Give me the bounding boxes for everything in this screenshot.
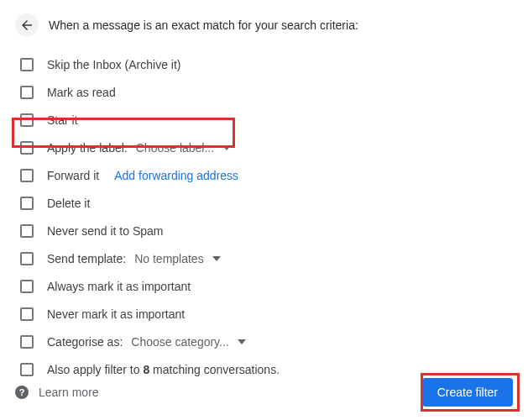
checkbox-never-important[interactable] xyxy=(20,307,34,321)
label-never-spam: Never send it to Spam xyxy=(47,224,164,238)
label-also-apply: Also apply filter to 8 matching conversa… xyxy=(47,363,280,376)
checkbox-delete[interactable] xyxy=(20,197,34,210)
label-mark-read: Mark as read xyxy=(47,86,116,99)
checkbox-send-template[interactable] xyxy=(20,252,34,265)
option-forward: Forward it Add forwarding address xyxy=(20,161,513,189)
checkbox-always-important[interactable] xyxy=(20,280,34,293)
caret-down-icon xyxy=(238,338,246,346)
checkbox-mark-read[interactable] xyxy=(20,86,34,99)
label-delete: Delete it xyxy=(47,197,90,210)
dropdown-category[interactable]: Choose category... xyxy=(128,335,248,349)
options-list: Skip the Inbox (Archive it) Mark as read… xyxy=(20,50,513,383)
option-star: Star it xyxy=(20,106,513,134)
checkbox-never-spam[interactable] xyxy=(20,224,34,238)
label-send-template: Send template: xyxy=(47,252,126,265)
label-apply-label: Apply the label: xyxy=(47,141,128,155)
dropdown-category-text: Choose category... xyxy=(131,335,228,349)
dropdown-templates-text: No templates xyxy=(134,252,203,265)
label-never-important: Never mark it as important xyxy=(47,307,185,321)
header-text: When a message is an exact match for you… xyxy=(49,18,358,32)
option-delete: Delete it xyxy=(20,189,513,217)
option-send-template: Send template: No templates xyxy=(20,244,513,272)
label-star: Star it xyxy=(47,113,78,127)
back-button[interactable] xyxy=(15,13,39,37)
add-forwarding-link[interactable]: Add forwarding address xyxy=(114,169,238,182)
learn-more-link[interactable]: Learn more xyxy=(39,386,99,399)
help-icon[interactable]: ? xyxy=(15,386,29,399)
dropdown-choose-label-text: Choose label... xyxy=(136,141,214,155)
also-apply-pre: Also apply filter to xyxy=(47,363,143,376)
label-categorise: Categorise as: xyxy=(47,335,123,349)
caret-down-icon xyxy=(212,255,221,263)
header-row: When a message is an exact match for you… xyxy=(15,13,513,37)
option-apply-label: Apply the label: Choose label... xyxy=(20,134,513,161)
option-categorise: Categorise as: Choose category... xyxy=(20,328,513,355)
arrow-left-icon xyxy=(19,18,34,33)
checkbox-star[interactable] xyxy=(20,113,34,127)
checkbox-categorise[interactable] xyxy=(20,335,34,349)
dropdown-choose-label[interactable]: Choose label... xyxy=(133,141,234,155)
checkbox-forward[interactable] xyxy=(20,169,34,182)
label-skip-inbox: Skip the Inbox (Archive it) xyxy=(47,58,181,71)
caret-down-icon xyxy=(222,144,231,152)
option-always-important: Always mark it as important xyxy=(20,272,513,300)
checkbox-apply-label[interactable] xyxy=(20,141,34,155)
label-forward: Forward it xyxy=(47,169,99,182)
footer: ? Learn more Create filter xyxy=(15,378,513,407)
checkbox-also-apply[interactable] xyxy=(20,363,34,376)
checkbox-skip-inbox[interactable] xyxy=(20,58,34,71)
also-apply-post: matching conversations. xyxy=(149,363,280,376)
option-never-important: Never mark it as important xyxy=(20,300,513,328)
label-always-important: Always mark it as important xyxy=(47,280,191,293)
option-mark-read: Mark as read xyxy=(20,78,513,106)
option-skip-inbox: Skip the Inbox (Archive it) xyxy=(20,50,513,78)
create-filter-button[interactable]: Create filter xyxy=(422,378,513,407)
dropdown-templates[interactable]: No templates xyxy=(131,252,223,265)
learn-more-group: ? Learn more xyxy=(15,386,99,399)
option-never-spam: Never send it to Spam xyxy=(20,217,513,244)
